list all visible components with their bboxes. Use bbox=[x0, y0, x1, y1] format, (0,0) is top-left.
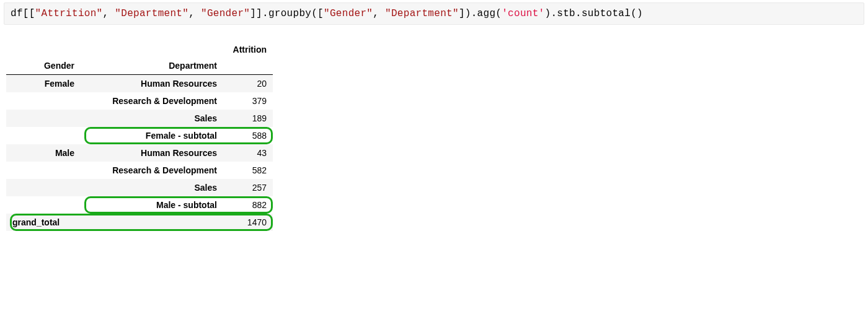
output-area: Attrition Gender Department FemaleHuman … bbox=[6, 42, 868, 231]
gender-cell bbox=[6, 162, 81, 179]
subtotal-label: Female - subtotal bbox=[81, 127, 223, 144]
value-column-header: Attrition bbox=[223, 42, 273, 57]
department-cell: Human Resources bbox=[81, 144, 223, 162]
table-row: MaleHuman Resources43 bbox=[6, 144, 273, 162]
department-cell: Human Resources bbox=[81, 75, 223, 93]
gender-cell bbox=[6, 127, 81, 144]
value-cell: 257 bbox=[223, 179, 273, 196]
department-cell: Sales bbox=[81, 179, 223, 196]
grand-total-label: grand_total bbox=[6, 214, 81, 231]
table-row: FemaleHuman Resources20 bbox=[6, 75, 273, 93]
code-text: df[["Attrition", "Department", "Gender"]… bbox=[11, 8, 643, 19]
table-row: Sales189 bbox=[6, 110, 273, 127]
blank-header bbox=[81, 42, 223, 57]
subtotal-value: 882 bbox=[223, 196, 273, 214]
subtotal-label: Male - subtotal bbox=[81, 196, 223, 214]
department-cell: Research & Development bbox=[81, 92, 223, 110]
value-cell: 582 bbox=[223, 162, 273, 179]
subtotal-value: 588 bbox=[223, 127, 273, 144]
subtotal-row: Female - subtotal588 bbox=[6, 127, 273, 144]
department-cell: Sales bbox=[81, 110, 223, 127]
gender-cell: Male bbox=[6, 144, 81, 162]
gender-cell bbox=[6, 179, 81, 196]
value-cell: 379 bbox=[223, 92, 273, 110]
dataframe-table: Attrition Gender Department FemaleHuman … bbox=[6, 42, 273, 231]
grand-total-value: 1470 bbox=[223, 214, 273, 231]
code-cell[interactable]: df[["Attrition", "Department", "Gender"]… bbox=[4, 2, 864, 25]
table-row: Sales257 bbox=[6, 179, 273, 196]
table-row: Research & Development379 bbox=[6, 92, 273, 110]
value-cell: 20 bbox=[223, 75, 273, 93]
value-cell: 189 bbox=[223, 110, 273, 127]
gender-cell bbox=[6, 110, 81, 127]
department-cell: Research & Development bbox=[81, 162, 223, 179]
index-header-department: Department bbox=[81, 57, 223, 75]
blank-cell bbox=[81, 214, 223, 231]
gender-cell bbox=[6, 196, 81, 214]
grand-total-row: grand_total 1470 bbox=[6, 214, 273, 231]
subtotal-row: Male - subtotal882 bbox=[6, 196, 273, 214]
gender-cell bbox=[6, 92, 81, 110]
table-row: Research & Development582 bbox=[6, 162, 273, 179]
blank-header bbox=[223, 57, 273, 75]
blank-header bbox=[6, 42, 81, 57]
gender-cell: Female bbox=[6, 75, 81, 93]
index-header-gender: Gender bbox=[6, 57, 81, 75]
value-cell: 43 bbox=[223, 144, 273, 162]
